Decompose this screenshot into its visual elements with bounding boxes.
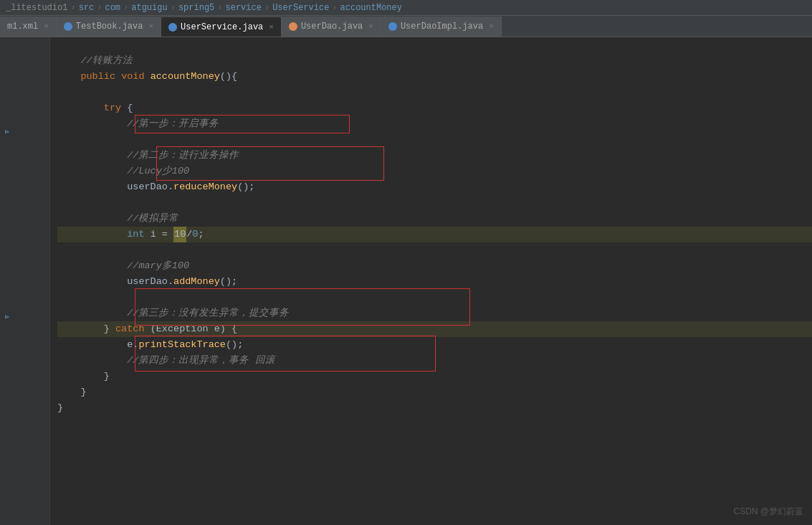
code-line-try: try { (57, 100, 812, 116)
breadcrumb: _litestudio1 (6, 3, 67, 13)
tab-m1xml[interactable]: m1.xml × (0, 16, 57, 37)
editor-area: ⊳ ⊳ (0, 37, 812, 525)
close-icon[interactable]: × (368, 22, 373, 31)
code-line (57, 37, 812, 53)
tab-label: TestBook.java (76, 22, 143, 32)
bookmark-icon: ⊳ (1, 126, 13, 138)
tab-userdao[interactable]: UserDao.java × (282, 16, 381, 37)
code-line-close-method: } (57, 384, 812, 400)
code-line-step1-comment: //第一步：开启事务 (57, 116, 812, 132)
tab-label: m1.xml (7, 22, 38, 32)
code-line-method-sig: public void accountMoney(){ (57, 69, 812, 85)
code-line-int: int i = 10/0; (57, 227, 812, 242)
tab-bar: m1.xml × TestBook.java × UserService.jav… (0, 16, 812, 37)
number-10: 10 (173, 227, 186, 242)
code-line-step3-comment: //第三步：没有发生异常，提交事务 (57, 306, 812, 321)
code-line-close-catch: } (57, 369, 812, 384)
close-icon[interactable]: × (489, 22, 494, 31)
code-line-blank5 (57, 290, 812, 306)
code-line-blank2 (57, 132, 812, 148)
code-line-simulate-comment: //模拟异常 (57, 211, 812, 227)
breadcrumb-bar: _litestudio1 › src › com › atguigu › spr… (0, 0, 812, 16)
code-line-close-class: } (57, 400, 812, 416)
tab-userdaoimpl[interactable]: UserDaoImpl.java × (381, 16, 502, 37)
java-interface-icon (289, 22, 297, 31)
left-icons: ⊳ ⊳ (0, 37, 14, 525)
code-line-print: e.printStackTrace(); (57, 337, 812, 353)
watermark: CSDN @梦幻蔚蓝 (733, 503, 803, 519)
code-line-step2-comment1: //第二步：进行业务操作 (57, 148, 812, 164)
close-icon[interactable]: × (148, 22, 153, 31)
tab-testbook[interactable]: TestBook.java × (57, 16, 161, 37)
java-class-icon (64, 22, 72, 31)
java-class-icon (168, 23, 177, 32)
close-icon[interactable]: × (44, 22, 49, 31)
code-line-comment1: //转账方法 (57, 53, 812, 69)
java-class-icon (388, 22, 397, 31)
code-area: //转账方法 public void accountMoney(){ try {… (50, 37, 812, 525)
bookmark-icon-2: ⊳ (1, 311, 13, 323)
code-line-catch: } catch (Exception e) { (57, 321, 812, 337)
close-icon[interactable]: × (269, 23, 274, 32)
code-line-step4-comment: //第四步：出现异常，事务 回滚 (57, 353, 812, 369)
code-line-step2-comment2: //Lucy少100 (57, 164, 812, 179)
tab-label: UserService.java (181, 22, 263, 32)
tab-userservice[interactable]: UserService.java × (161, 16, 282, 37)
tab-label: UserDaoImpl.java (401, 22, 483, 32)
code-line-blank3 (57, 195, 812, 211)
line-numbers (14, 37, 50, 525)
code-line-blank4 (57, 242, 812, 258)
code-line-addmoney: userDao.addMoney(); (57, 274, 812, 290)
code-line-blank (57, 85, 812, 100)
tab-label: UserDao.java (301, 22, 363, 32)
code-line-mary-comment: //mary多100 (57, 258, 812, 274)
code-line-reducemoney: userDao.reduceMoney(); (57, 179, 812, 195)
